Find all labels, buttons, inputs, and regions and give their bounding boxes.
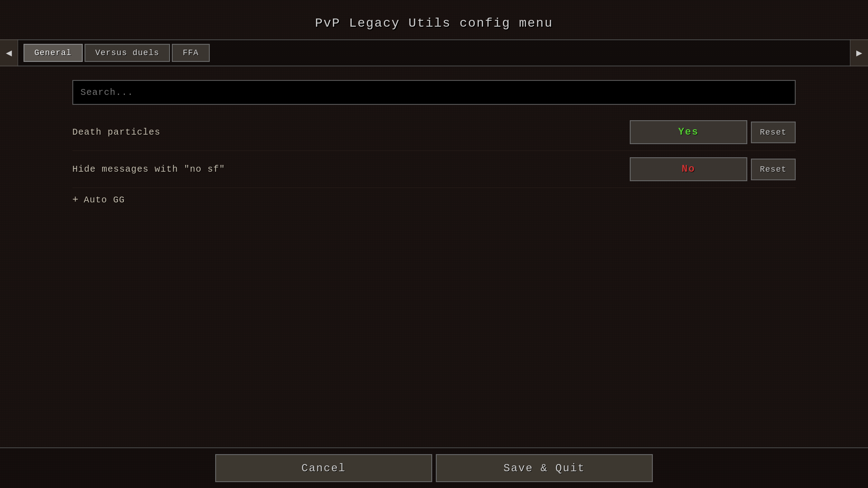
cancel-button[interactable]: Cancel <box>215 454 432 482</box>
tab-arrow-left[interactable]: ◀ <box>0 39 18 66</box>
tab-versus-duels[interactable]: Versus duels <box>85 44 170 62</box>
main-content: Death particles Yes Reset Hide messages … <box>0 66 868 212</box>
bottom-bar: Cancel Save & Quit <box>0 447 868 488</box>
expand-label-auto-gg: Auto GG <box>84 195 125 205</box>
reset-hide-messages[interactable]: Reset <box>751 159 796 180</box>
setting-label-death-particles: Death particles <box>72 127 630 137</box>
setting-label-hide-messages: Hide messages with "no sf" <box>72 164 630 174</box>
setting-controls-hide-messages: No Reset <box>630 157 796 181</box>
expand-icon-auto-gg: + <box>72 194 78 206</box>
tab-arrow-right[interactable]: ▶ <box>850 39 868 66</box>
tab-general[interactable]: General <box>24 44 83 62</box>
save-quit-button[interactable]: Save & Quit <box>436 454 653 482</box>
search-input[interactable] <box>72 80 796 105</box>
tabs-container: General Versus duels FFA <box>18 44 210 62</box>
tab-bar: ◀ General Versus duels FFA ▶ <box>0 39 868 66</box>
setting-row-death-particles: Death particles Yes Reset <box>72 114 796 151</box>
toggle-death-particles[interactable]: Yes <box>630 120 747 144</box>
tab-ffa[interactable]: FFA <box>172 44 209 62</box>
reset-death-particles[interactable]: Reset <box>751 122 796 143</box>
setting-controls-death-particles: Yes Reset <box>630 120 796 144</box>
page-title: PvP Legacy Utils config menu <box>0 0 868 39</box>
setting-row-hide-messages: Hide messages with "no sf" No Reset <box>72 151 796 188</box>
toggle-hide-messages[interactable]: No <box>630 157 747 181</box>
expandable-auto-gg[interactable]: + Auto GG <box>72 188 796 212</box>
